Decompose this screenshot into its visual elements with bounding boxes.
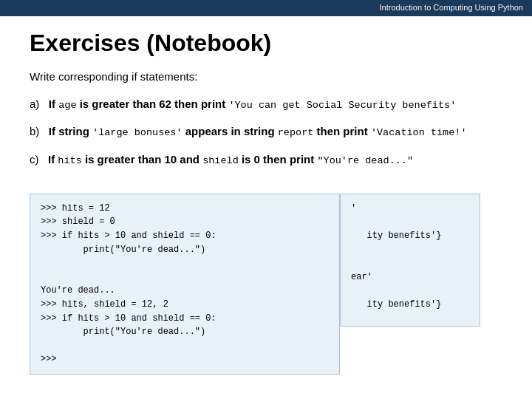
exercise-c-label: c)	[30, 153, 45, 166]
exercise-b-large: 'large bonuses'	[92, 127, 183, 138]
side-code-panel: ' ity benefits'} ear' ity benefits'}	[340, 194, 480, 327]
exercise-b: b) If string 'large bonuses' appears in …	[30, 123, 502, 140]
page-title: Exercises (Notebook)	[30, 30, 502, 57]
header-title: Introduction to Computing Using Python	[380, 3, 523, 12]
content-area: Exercises (Notebook) Write corresponding…	[0, 16, 532, 382]
exercise-c-greater: is greater than 10 and	[82, 153, 202, 166]
exercise-a-greater: is greater than 62 then print	[77, 98, 229, 110]
exercise-a: a) If age is greater than 62 then print …	[30, 96, 502, 113]
exercises-area: a) If age is greater than 62 then print …	[30, 96, 502, 375]
exercise-a-age: age	[58, 100, 76, 111]
exercise-c: c) If hits is greater than 10 and shield…	[30, 151, 502, 168]
exercise-a-code: 'You can get Social Security benefits'	[228, 100, 456, 111]
exercise-b-then: then print	[313, 125, 371, 137]
page-subtitle: Write corresponding if statements:	[30, 70, 502, 83]
exercise-a-if: If	[49, 98, 58, 110]
exercise-c-hits: hits	[58, 155, 81, 166]
exercise-b-appears: appears in string	[183, 125, 278, 137]
exercise-c-is0: is 0 then print	[239, 153, 318, 166]
exercise-c-if: If	[48, 153, 58, 166]
exercise-c-shield: shield	[202, 155, 239, 166]
exercise-b-label: b)	[30, 125, 46, 137]
header-bar: Introduction to Computing Using Python	[0, 0, 532, 16]
code-section: >>> hits = 12 >>> shield = 0 >>> if hits…	[30, 180, 502, 375]
exercise-c-dead: "You're dead..."	[317, 155, 413, 166]
exercise-b-report: report	[278, 127, 314, 138]
exercise-b-vacation: 'Vacation time!'	[371, 127, 467, 138]
exercise-a-label: a)	[30, 98, 46, 110]
main-code-block: >>> hits = 12 >>> shield = 0 >>> if hits…	[30, 194, 340, 375]
exercise-b-if: If string	[49, 125, 92, 137]
